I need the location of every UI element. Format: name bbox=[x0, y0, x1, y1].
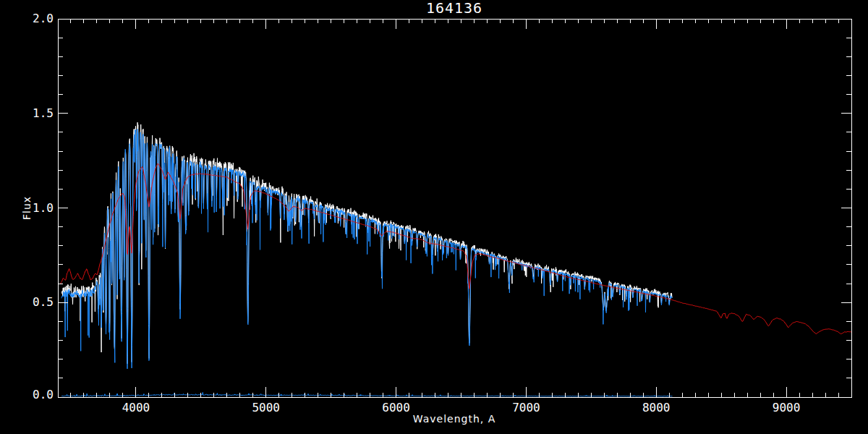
x-tick-label: 7000 bbox=[512, 401, 540, 414]
y-tick-label: 0.0 bbox=[33, 388, 54, 401]
x-tick-label: 9000 bbox=[773, 401, 801, 414]
y-axis-label: Flux bbox=[21, 196, 33, 220]
x-tick-label: 8000 bbox=[642, 401, 671, 414]
x-tick-label: 6000 bbox=[382, 401, 410, 414]
chart-title: 164136 bbox=[426, 0, 482, 17]
y-tick-label: 1.5 bbox=[33, 106, 54, 120]
chart-background bbox=[0, 0, 868, 434]
x-tick-label: 4000 bbox=[122, 401, 150, 414]
x-axis-label: Wavelength, A bbox=[413, 413, 496, 425]
y-tick-label: 0.5 bbox=[33, 295, 54, 309]
spectrum-chart: 4000500060007000800090000.00.51.01.52.0 … bbox=[0, 0, 868, 434]
x-tick-label: 5000 bbox=[252, 401, 280, 414]
y-tick-label: 1.0 bbox=[33, 201, 54, 215]
plot-window: 4000500060007000800090000.00.51.01.52.0 … bbox=[0, 0, 868, 434]
y-tick-label: 2.0 bbox=[33, 12, 54, 25]
